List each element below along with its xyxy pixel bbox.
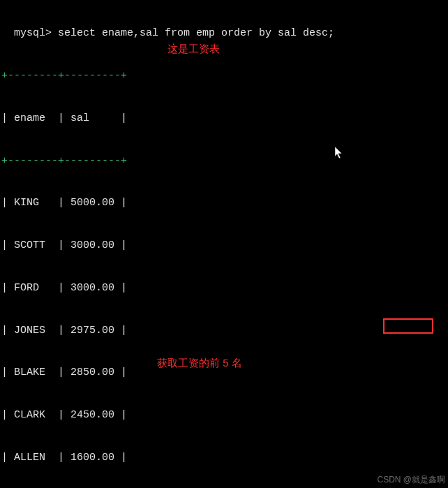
table-row: | FORD | 3000.00 | — [1, 281, 448, 295]
table-header: | ename | sal | — [1, 112, 448, 126]
table-row: | JONES | 2975.00 | — [1, 324, 448, 338]
table-row: | CLARK | 2450.00 | — [1, 408, 448, 422]
query1-sql: select ename,sal from emp order by sal d… — [52, 27, 334, 39]
table-sep: +--------+---------+ — [1, 69, 448, 83]
annotation-salary-table: 这是工资表 — [167, 42, 220, 56]
table-row: | ALLEN | 1600.00 | — [1, 451, 448, 465]
table-sep: +--------+---------+ — [1, 154, 448, 168]
watermark: CSDN @就是鑫啊 — [377, 474, 445, 485]
table-row: | SCOTT | 3000.00 | — [1, 239, 448, 253]
highlight-limit5 — [383, 318, 433, 334]
query1-result-table: +--------+---------+ | ename | sal | +--… — [0, 41, 448, 489]
table-row: | KING | 5000.00 | — [1, 196, 448, 210]
query1-line[interactable]: mysql> select ename,sal from emp order b… — [0, 13, 448, 41]
mouse-cursor-icon — [335, 147, 343, 163]
mysql-prompt: mysql> — [14, 27, 52, 39]
annotation-top5: 获取工资的前 5 名 — [157, 356, 242, 370]
